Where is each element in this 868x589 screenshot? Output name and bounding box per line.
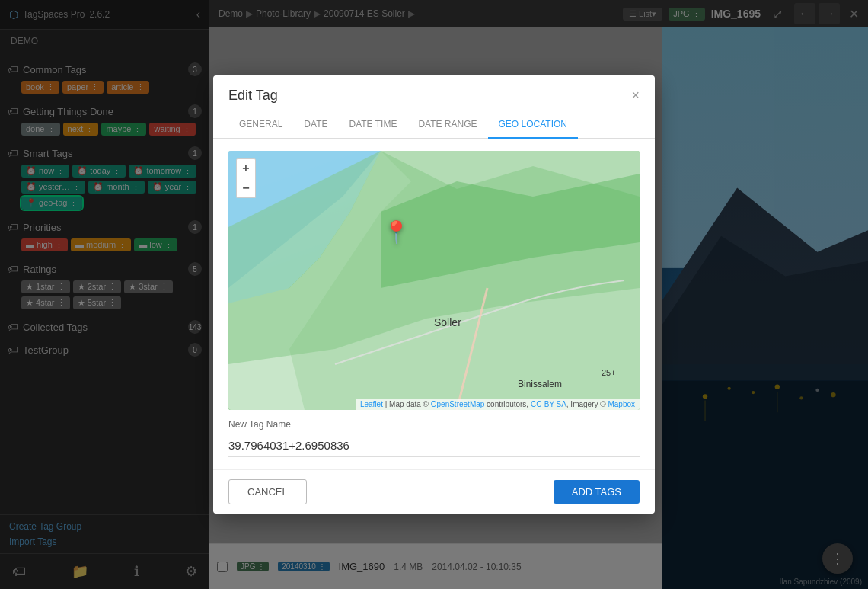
tab-date[interactable]: DATE: [293, 111, 338, 139]
tab-date-time[interactable]: DATE TIME: [338, 111, 407, 139]
map-container[interactable]: Söller Binissalem 25+ + − 📍 Leaflet: [228, 151, 640, 410]
map-controls: + −: [236, 158, 256, 198]
tab-general[interactable]: GENERAL: [228, 111, 293, 139]
map-attribution: Leaflet | Map data © OpenStreetMap contr…: [356, 399, 640, 410]
dialog-title: Edit Tag: [228, 88, 278, 104]
map-pin: 📍: [383, 219, 410, 245]
dialog-overlay: Edit Tag × GENERAL DATE DATE TIME DATE R…: [0, 0, 868, 589]
osm-link[interactable]: OpenStreetMap: [431, 400, 485, 408]
map-zoom-in[interactable]: +: [236, 158, 256, 178]
map-inner: Söller Binissalem 25+ + − 📍 Leaflet: [228, 151, 640, 410]
dialog-header: Edit Tag ×: [213, 75, 655, 104]
edit-tag-dialog: Edit Tag × GENERAL DATE DATE TIME DATE R…: [213, 75, 655, 514]
dialog-close-button[interactable]: ×: [631, 88, 640, 104]
map-zoom-out[interactable]: −: [236, 178, 256, 198]
ccbysa-link[interactable]: CC-BY-SA: [531, 400, 566, 408]
new-tag-label: New Tag Name: [228, 419, 640, 430]
tab-date-range[interactable]: DATE RANGE: [407, 111, 487, 139]
add-tags-button[interactable]: ADD TAGS: [554, 480, 640, 504]
leaflet-link[interactable]: Leaflet: [360, 400, 383, 408]
tab-geo-location[interactable]: GEO LOCATION: [488, 111, 578, 139]
tag-name-input[interactable]: [228, 434, 640, 457]
dialog-footer: CANCEL ADD TAGS: [213, 469, 655, 514]
dialog-body: Söller Binissalem 25+ + − 📍 Leaflet: [213, 139, 655, 469]
svg-text:25+: 25+: [602, 368, 616, 377]
map-svg: Söller Binissalem 25+: [228, 151, 640, 410]
mapbox-link[interactable]: Mapbox: [608, 400, 635, 408]
svg-text:Söller: Söller: [434, 316, 461, 328]
dialog-tabs: GENERAL DATE DATE TIME DATE RANGE GEO LO…: [213, 111, 655, 139]
svg-text:Binissalem: Binissalem: [518, 379, 562, 389]
cancel-button[interactable]: CANCEL: [228, 479, 307, 504]
